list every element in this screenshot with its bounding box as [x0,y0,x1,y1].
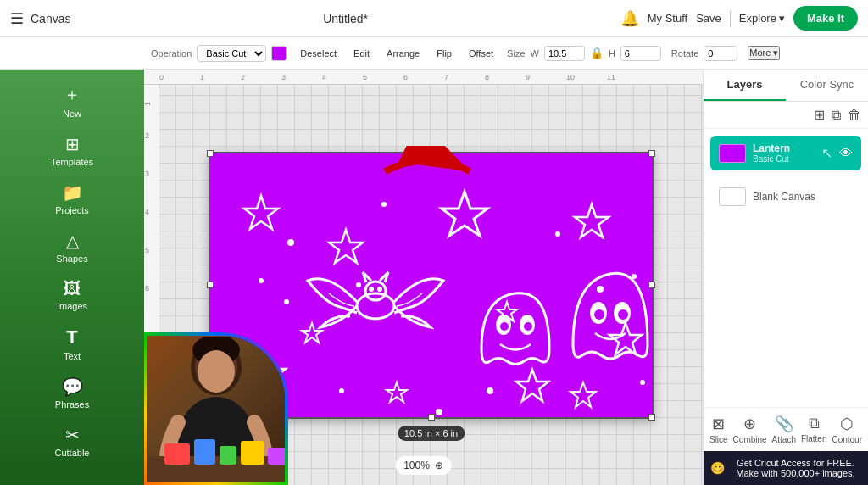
svg-point-9 [436,409,442,415]
lock-icon[interactable]: 🔒 [590,47,604,59]
svg-point-15 [377,287,382,292]
sidebar-item-phrases[interactable]: 💬 Phrases [34,370,110,416]
combine-label: Combine [733,435,767,444]
hamburger-icon[interactable]: ☰ [10,9,24,28]
svg-point-12 [357,293,394,319]
topbar: ☰ Canvas Untitled* 🔔 My Stuff Save Explo… [0,0,868,37]
svg-point-18 [500,322,509,331]
layer-info: Lantern Basic Cut [753,142,815,164]
operation-label: Operation [151,48,192,59]
color-swatch[interactable] [271,46,287,61]
combine-tool[interactable]: ⊕ Combine [733,415,767,444]
phrases-icon: 💬 [62,376,83,397]
handle-bottom-mid[interactable] [428,414,435,421]
contour-icon: ⬡ [840,415,854,433]
size-label: Size [507,48,525,59]
cursor-icon: ↖ [821,145,832,161]
duplicate-button[interactable]: ⧉ [832,107,841,123]
flatten-label: Flatten [801,434,827,443]
group-button[interactable]: ⊞ [814,107,825,123]
svg-point-5 [284,299,289,304]
width-input[interactable] [544,46,585,61]
tab-color-sync[interactable]: Color Sync [786,70,868,101]
svg-point-13 [365,282,386,300]
svg-point-22 [594,309,604,320]
sidebar-item-images[interactable]: 🖼 Images [34,272,110,318]
svg-point-4 [356,282,361,287]
more-button[interactable]: More ▾ [748,46,780,60]
ruler-top: 0 1 2 3 4 5 6 7 8 9 10 11 [144,70,703,85]
topbar-left: ☰ Canvas [10,9,70,28]
ghost1-shape [481,293,549,364]
handle-mid-right[interactable] [648,282,655,288]
sidebar-item-shapes[interactable]: △ Shapes [34,224,110,270]
height-input[interactable] [620,46,661,61]
my-stuff-button[interactable]: My Stuff [648,12,687,25]
sidebar-item-new[interactable]: ＋ New [34,76,110,125]
sidebar-item-label: Shapes [56,254,87,264]
bell-icon[interactable]: 🔔 [620,9,639,28]
visibility-toggle[interactable]: 👁 [839,146,853,161]
flatten-icon: ⧉ [809,415,820,432]
handle-top-right[interactable] [648,150,655,157]
sidebar-item-text[interactable]: T Text [34,320,110,368]
handle-bottom-right[interactable] [648,414,655,421]
svg-point-10 [259,278,264,283]
arrange-button[interactable]: Arrange [383,47,423,60]
svg-point-3 [597,286,604,293]
blank-canvas-row: Blank Canvas [710,181,861,213]
handle-mid-left[interactable] [207,282,214,288]
rotate-label: Rotate [671,48,698,59]
topbar-right: 🔔 My Stuff Save Explore ▾ Make It [620,6,858,31]
svg-point-23 [618,309,628,320]
layer-item[interactable]: Lantern Basic Cut ↖ 👁 [710,136,861,170]
zoom-bar: 100% ⊕ [395,456,452,475]
divider [730,10,731,27]
ghost2-shape [573,273,648,359]
right-panel: Layers Color Sync ⊞ ⧉ 🗑 Lantern Basic Cu… [703,70,868,485]
flip-button[interactable]: Flip [433,47,455,60]
combine-icon: ⊕ [743,415,756,433]
edit-button[interactable]: Edit [350,47,373,60]
sidebar-item-label: Text [64,351,81,361]
svg-rect-33 [220,446,236,465]
promo-banner[interactable]: 😊 Get Cricut Access for FREE. Make with … [704,451,868,485]
handle-top-mid[interactable] [428,150,435,157]
sidebar-item-label: Images [57,301,87,311]
sidebar-item-cuttable[interactable]: ✂ Cuttable [34,418,110,465]
offset-button[interactable]: Offset [465,47,497,60]
document-title: Untitled* [77,12,613,25]
webcam-overlay [144,332,288,485]
svg-point-8 [339,388,344,393]
canvas-area: 0 1 2 3 4 5 6 7 8 9 10 11 1 2 3 4 5 6 [144,70,703,485]
sidebar-item-projects[interactable]: 📁 Projects [34,176,110,222]
save-button[interactable]: Save [696,12,721,25]
blank-canvas-thumb [719,187,746,206]
explore-button[interactable]: Explore ▾ [739,12,785,25]
contour-tool[interactable]: ⬡ Contour [832,415,862,444]
svg-rect-35 [268,448,285,465]
sidebar-item-label: Templates [51,157,93,167]
canvas-size-label: 10.5 in × 6 in [398,426,465,441]
attach-tool[interactable]: 📎 Attach [772,415,796,444]
tab-layers[interactable]: Layers [704,70,786,101]
left-sidebar: ＋ New ⊞ Templates 📁 Projects △ Shapes 🖼 … [0,70,144,485]
handle-top-left[interactable] [207,150,214,157]
zoom-expand-icon[interactable]: ⊕ [435,460,443,471]
layer-name: Lantern [753,142,815,154]
operation-select[interactable]: Basic Cut [197,45,266,62]
size-group: Size W 🔒 H [507,46,661,61]
rotate-input[interactable] [704,46,737,61]
make-it-button[interactable]: Make It [793,6,858,31]
sidebar-item-templates[interactable]: ⊞ Templates [34,127,110,174]
svg-rect-34 [241,441,264,465]
deselect-button[interactable]: Deselect [297,47,340,60]
flatten-tool[interactable]: ⧉ Flatten [801,415,827,444]
height-label: H [609,48,615,59]
slice-tool[interactable]: ⊠ Slice [709,415,728,444]
delete-button[interactable]: 🗑 [848,107,861,123]
canvas-label: Canvas [31,12,70,25]
sidebar-item-label: Phrases [55,399,89,410]
new-icon: ＋ [64,83,81,106]
cuttable-icon: ✂ [65,425,80,445]
